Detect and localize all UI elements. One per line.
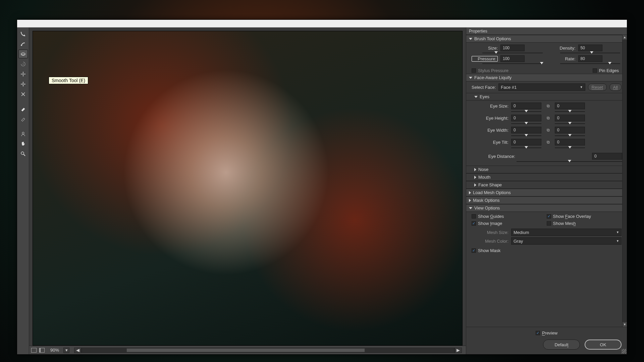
smooth-tool[interactable] [18,50,28,58]
eye-width-left-input[interactable]: 0 [511,127,541,133]
brush-section-title: Brush Tool Options [474,36,511,41]
mesh-size-value: Medium [514,230,529,235]
rate-input[interactable] [578,55,602,62]
scroll-down-button[interactable]: ▼ [623,322,627,327]
preview-checkbox[interactable] [536,331,540,335]
faceshape-section-header[interactable]: Face Shape [466,181,627,189]
thaw-mask-tool[interactable] [18,115,28,123]
select-face-dropdown[interactable]: Face #1 ▼ [498,83,585,91]
eye-width-label: Eye Width: [475,128,508,133]
show-mesh-checkbox[interactable] [547,221,551,226]
pressure-slider[interactable] [482,62,543,66]
mesh-size-dropdown: Medium▼ [511,229,622,236]
reconstruct-tool[interactable] [18,40,28,48]
scroll-up-button[interactable]: ▲ [623,35,627,40]
link-icon[interactable]: ⧉ [544,140,552,144]
canvas[interactable] [33,31,463,346]
liquify-window: Smooth Tool (E) 90% ▾ ◀ ▶ [17,19,627,355]
eye-height-right-slider[interactable] [555,122,585,125]
show-face-overlay-label: Show Face Overlay [553,214,591,219]
density-label: Density: [549,46,576,51]
density-slider[interactable] [560,51,621,55]
zoom-value[interactable]: 90% [47,348,62,353]
svg-line-8 [23,154,25,156]
size-input[interactable] [500,45,525,51]
eye-distance-slider[interactable] [517,160,622,164]
link-icon[interactable]: ⧉ [544,128,552,132]
eye-tilt-left-slider[interactable] [511,146,541,149]
density-input[interactable] [578,45,602,51]
twirl-tool[interactable] [18,60,28,68]
eye-size-left-slider[interactable] [511,110,541,113]
freeze-mask-tool[interactable] [18,105,28,113]
view-section-header[interactable]: View Options [466,204,627,212]
eye-tilt-right-slider[interactable] [555,146,585,149]
loadmesh-section-header[interactable]: Load Mesh Options [466,189,627,196]
reset-button[interactable]: Reset [588,83,607,91]
eye-size-right-input[interactable]: 0 [555,103,585,109]
show-mesh-label: Show Mesh [553,221,576,226]
view-section-title: View Options [474,205,500,210]
all-button[interactable]: All [609,83,622,91]
size-label: Size: [472,46,498,51]
eye-height-left-input[interactable]: 0 [511,115,541,121]
pressure-input[interactable] [500,55,525,62]
link-icon[interactable]: ⧉ [544,104,552,108]
ok-button[interactable]: OK [585,340,622,350]
eye-distance-input[interactable]: 0 [592,153,622,160]
eye-height-right-input[interactable]: 0 [555,115,585,121]
layout-icon-1[interactable] [31,348,37,353]
titlebar[interactable] [17,20,627,27]
push-left-tool[interactable] [18,90,28,99]
rate-slider[interactable] [560,62,621,66]
nose-section-header[interactable]: Nose [466,166,627,173]
disclosure-triangle-icon [469,191,471,194]
zoom-tool[interactable] [18,149,28,158]
pin-edges-checkbox[interactable] [593,68,597,73]
default-button[interactable]: Default [543,340,580,350]
eye-size-right-slider[interactable] [555,110,585,113]
face-section-title: Face-Aware Liquify [474,75,512,80]
eyes-section-title: Eyes [480,94,489,99]
hand-tool[interactable] [18,139,28,148]
layout-icon-2[interactable] [39,348,45,353]
svg-point-5 [22,83,24,85]
eyes-section-header[interactable]: Eyes [466,93,627,101]
loadmesh-section-title: Load Mesh Options [473,190,511,195]
eye-tilt-right-input[interactable]: 0 [555,139,585,145]
face-tool[interactable] [18,129,28,138]
show-image-checkbox[interactable] [472,221,476,226]
show-mask-label: Show Mask [478,248,500,253]
mouth-section-header[interactable]: Mouth [466,173,627,181]
eye-size-left-input[interactable]: 0 [511,103,541,109]
eye-width-right-input[interactable]: 0 [555,127,585,133]
horizontal-scrollbar[interactable]: ◀ ▶ [74,348,462,353]
bloat-tool[interactable] [18,80,28,88]
size-slider[interactable] [482,51,543,55]
zoom-dropdown[interactable]: ▾ [63,348,69,353]
rate-label: Rate: [549,56,576,61]
eye-height-left-slider[interactable] [511,122,541,125]
scroll-left-button[interactable]: ◀ [74,348,82,353]
link-icon[interactable]: ⧉ [544,116,552,120]
show-face-overlay-checkbox[interactable] [547,214,551,219]
eye-width-left-slider[interactable] [511,134,541,137]
show-mask-checkbox[interactable] [472,248,476,253]
show-image-label: Show Image [478,221,502,226]
vertical-scrollbar[interactable]: ▲ ▼ [622,35,627,327]
face-section-header[interactable]: Face-Aware Liquify [466,74,627,81]
eye-width-right-slider[interactable] [555,134,585,137]
forward-warp-tool[interactable] [18,29,28,38]
scroll-right-button[interactable]: ▶ [454,348,462,353]
panel-title: Properties [466,27,627,35]
mesh-color-dropdown: Gray▼ [511,237,622,245]
scroll-thumb[interactable] [126,348,365,352]
pucker-tool[interactable] [18,70,28,78]
brush-section-header[interactable]: Brush Tool Options [466,35,627,43]
resize-handle[interactable] [622,349,626,354]
maskopt-section-header[interactable]: Mask Options [466,196,627,204]
svg-point-4 [22,73,24,75]
show-guides-checkbox[interactable] [472,214,476,219]
eye-tilt-left-input[interactable]: 0 [511,139,541,145]
svg-point-3 [22,64,23,65]
